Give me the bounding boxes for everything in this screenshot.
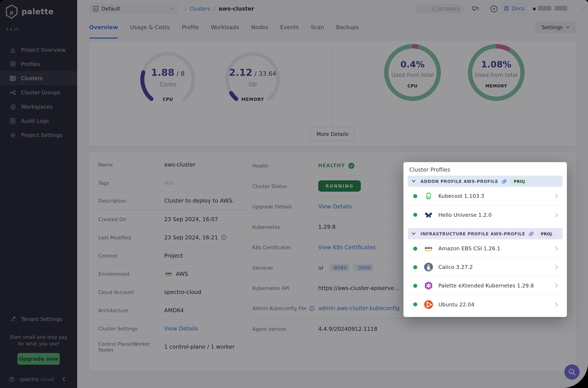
- chevron-right-icon: [555, 194, 558, 198]
- pack-row-palette-extended-kubernetes[interactable]: Palette eXtended Kubernetes 1.29.8: [408, 276, 563, 295]
- kubecost-icon: [424, 191, 433, 201]
- pack-row-ubuntu[interactable]: Ubuntu 22.04: [408, 295, 563, 314]
- pack-row-kubecost[interactable]: Kubecost 1.103.3: [408, 187, 563, 205]
- pack-row-hello-universe[interactable]: Hello Universe 1.2.0: [408, 205, 563, 224]
- hello-universe-icon: [424, 210, 433, 219]
- chevron-right-icon: [555, 212, 558, 217]
- chevron-right-icon: [555, 283, 558, 288]
- chevron-down-icon: [411, 232, 416, 235]
- aws-logo-icon: aws: [424, 244, 433, 253]
- pack-status-dot: [413, 302, 417, 306]
- infrastructure-profile-section-header[interactable]: INFRASTRUCTURE PROFILE AWS-PROFILE PROJ: [408, 228, 563, 239]
- chevron-down-icon: [411, 180, 416, 183]
- pack-status-dot: [413, 213, 417, 217]
- pack-status-dot: [413, 284, 417, 288]
- pack-row-calico[interactable]: Calico 3.27.2: [408, 258, 563, 276]
- addon-profile-section-header[interactable]: ADDON PROFILE AWS-PROFILE PROJ: [408, 176, 563, 187]
- chevron-right-icon: [555, 265, 558, 270]
- svg-text:aws: aws: [425, 245, 432, 250]
- proj-scope-badge: PROJ: [510, 178, 529, 185]
- screen: p palette 4.4.19 Project Overview Profil…: [0, 0, 588, 388]
- link-icon: [501, 178, 507, 184]
- pack-status-dot: [413, 194, 417, 198]
- pack-status-dot: [413, 265, 417, 269]
- chevron-right-icon: [555, 246, 558, 251]
- pxk-hexagon-icon: [424, 281, 433, 290]
- pack-status-dot: [413, 246, 417, 250]
- panel-title: Cluster Profiles: [403, 162, 567, 174]
- pack-row-amazon-ebs-csi[interactable]: aws Amazon EBS CSI 1.26.1: [408, 239, 563, 258]
- link-icon: [528, 231, 534, 237]
- cluster-profiles-panel: Cluster Profiles ADDON PROFILE AWS-PROFI…: [403, 162, 567, 317]
- ubuntu-icon: [424, 300, 433, 309]
- proj-scope-badge: PROJ: [537, 230, 556, 237]
- chevron-right-icon: [555, 302, 558, 307]
- calico-icon: [424, 262, 433, 272]
